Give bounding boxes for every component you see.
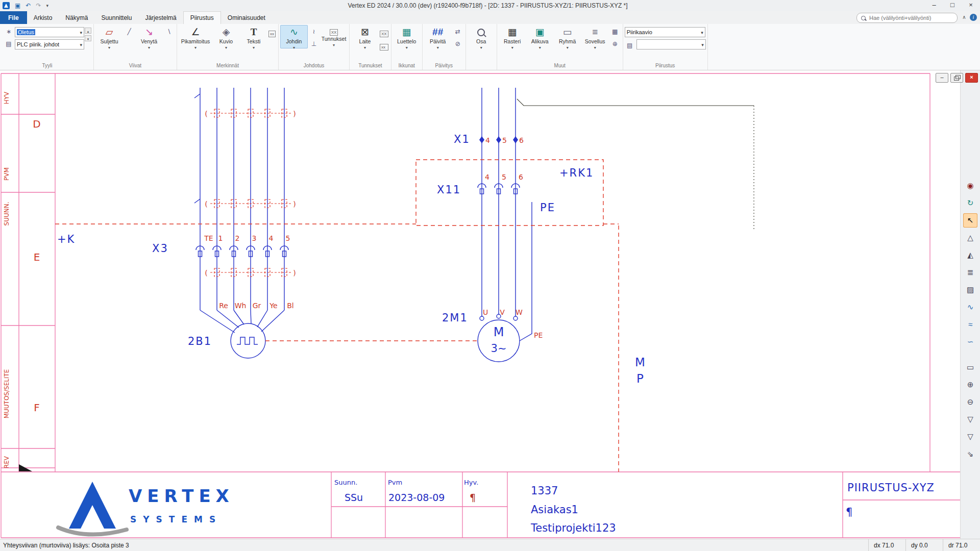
vertex-app-icon[interactable] — [3, 2, 10, 9]
luettelo-button[interactable]: ▦ Luettelo — [393, 25, 421, 48]
rasteri-button[interactable]: ▦ Rasteri — [499, 25, 526, 48]
chevron-down-icon — [364, 44, 366, 48]
command-search-box[interactable] — [856, 13, 958, 23]
sovellus-button[interactable]: ≡ Sovellus — [581, 25, 609, 48]
device-tag-edit-icon[interactable]: xx — [380, 44, 388, 51]
redo-icon[interactable]: ↷ — [34, 1, 43, 11]
chevron-down-icon — [567, 44, 569, 48]
spline-tool-button[interactable]: ∿ — [963, 300, 977, 314]
tab-jarjestelma[interactable]: Järjestelmä — [138, 11, 183, 24]
dy-readout: dy 0.0 — [905, 539, 943, 551]
zoom-out-button[interactable]: ⊖ — [963, 395, 977, 409]
pattern-shape-icon: ◈ — [223, 26, 230, 38]
venyta-button[interactable]: ↘ Venytä — [135, 25, 163, 48]
tab-piirustus[interactable]: Piirustus — [183, 11, 221, 24]
motor-term-w: W — [516, 308, 523, 316]
style-spin-up-icon[interactable] — [85, 28, 91, 34]
pan-tool-button[interactable]: ⇘ — [963, 447, 977, 461]
group-label-merkinnat: Merkinnät — [179, 62, 277, 70]
kuvio-button[interactable]: ◈ Kuvio — [212, 25, 240, 48]
tab-nakyma[interactable]: Näkymä — [59, 11, 94, 24]
style-paste-icon[interactable]: ▤ — [4, 39, 14, 48]
wire-extra-icon[interactable]: ≀ — [309, 27, 319, 36]
filter-button[interactable]: ▽ — [963, 412, 977, 427]
x3-term-2: 2 — [235, 234, 240, 242]
region-select-button[interactable]: ▭ — [963, 360, 977, 374]
chevron-down-icon — [148, 44, 150, 48]
filter-clear-button[interactable]: ▽ — [963, 430, 977, 444]
swap-xy-icon[interactable]: ⇄ — [453, 27, 463, 36]
save-icon[interactable]: ▣ — [13, 1, 22, 11]
motor-term-v: V — [500, 308, 505, 316]
maximize-window-button[interactable]: □ — [943, 0, 962, 11]
x3-term-te: TE — [204, 234, 213, 242]
drawing-mode-combo[interactable]: Piirikaavio — [625, 27, 705, 37]
motor-term-u: U — [483, 308, 488, 316]
wire-node-icon[interactable]: ⊥ — [309, 39, 319, 48]
alikuva-button[interactable]: ▣ Alikuva — [526, 25, 554, 48]
tab-arkisto[interactable]: Arkisto — [27, 11, 59, 24]
osa-button[interactable]: Osa — [468, 25, 495, 48]
ribbon-group-osa: Osa — [466, 24, 497, 70]
project-name: Testiprojekti123 — [530, 522, 616, 534]
schematic-svg[interactable]: HYV PVM SUUNN. MUUTOS/SELITE REV D E F — [0, 70, 960, 539]
location-rk1-label: +RK1 — [559, 167, 594, 179]
lock-icon[interactable]: ⊘ — [453, 39, 463, 48]
device-tag-icon[interactable]: XX — [380, 31, 388, 37]
sheet-page-icon[interactable]: ▤ — [625, 41, 635, 50]
undo-icon[interactable]: ↶ — [23, 1, 33, 11]
teksti-button[interactable]: T Teksti — [240, 25, 267, 48]
customize-qat-chevron-icon[interactable]: ▾ — [44, 1, 51, 11]
chevron-down-icon — [80, 41, 82, 47]
curve2-tool-button[interactable]: ∽ — [963, 335, 977, 349]
tunnukset-label: Tunnukset — [322, 36, 347, 42]
line-pen-icon[interactable]: ╱ — [124, 27, 134, 36]
sheet-combo[interactable] — [636, 39, 706, 49]
drawing-name: PIIRUSTUS-XYZ — [847, 482, 935, 494]
pin-plus-icon[interactable]: ⊕ — [610, 39, 620, 48]
file-menu-button[interactable]: File — [0, 11, 27, 24]
style-spin-down-icon[interactable] — [85, 35, 91, 41]
wire-style-combo[interactable]: PLC piirik. johdot — [15, 39, 84, 49]
wire-style-combo-value: PLC piirik. johdot — [17, 41, 59, 47]
collapse-ribbon-icon[interactable]: ∧ — [960, 11, 969, 24]
help-icon[interactable]: i — [970, 14, 977, 21]
tab-ominaisuudet[interactable]: Ominaisuudet — [221, 11, 272, 24]
pin-tool-button[interactable]: ◉ — [963, 179, 977, 193]
chevron-down-icon — [108, 44, 110, 48]
search-icon — [861, 16, 866, 20]
tab-suunnittelu[interactable]: Suunnittelu — [94, 11, 138, 24]
mdi-restore-button[interactable] — [950, 73, 963, 83]
text-tag-icon[interactable]: xx — [268, 31, 276, 37]
zoom-in-button[interactable]: ⊕ — [963, 378, 977, 392]
tunnukset-button[interactable]: XX Tunnukset — [320, 25, 348, 46]
pvm-value: 2023-08-09 — [388, 492, 445, 503]
paivita-button[interactable]: ## Päivitä — [424, 25, 452, 48]
main-area: – × HYV PVM SUUNN. MUUTOS/SELITE REV D — [0, 70, 980, 539]
raster-grid-icon: ▦ — [508, 26, 517, 38]
close-window-button[interactable]: × — [962, 0, 980, 11]
slant-line-icon[interactable]: ∖ — [164, 27, 174, 36]
margin-pvm: PVM — [3, 167, 10, 181]
pikamitoitus-button[interactable]: ∠ Pikamitoitus — [179, 25, 212, 48]
hatch-triangle-tool-button[interactable]: ◭ — [963, 248, 977, 262]
search-input[interactable] — [868, 14, 953, 21]
select-tool-button[interactable]: ↖ — [963, 213, 977, 228]
mdi-close-button[interactable]: × — [965, 73, 978, 83]
suljettu-button[interactable]: ▱ Suljettu — [95, 25, 123, 48]
ryhma-button[interactable]: ▭ Ryhmä — [554, 25, 581, 48]
rotate-view-button[interactable]: ↻ — [963, 196, 977, 210]
drawing-canvas[interactable]: HYV PVM SUUNN. MUUTOS/SELITE REV D E F — [0, 70, 960, 539]
johdin-button[interactable]: ∿ Johdin — [280, 25, 308, 48]
mdi-minimize-button[interactable]: – — [936, 73, 948, 83]
hatch-fill-tool-button[interactable]: ▨ — [963, 283, 977, 297]
triangle-tool-button[interactable]: △ — [963, 231, 977, 245]
table-icon[interactable]: ▦ — [610, 27, 620, 36]
laite-button[interactable]: ⊠ Laite — [351, 25, 379, 48]
hatch-lines-tool-button[interactable]: ≣ — [963, 265, 977, 280]
style-combo[interactable]: Oletus — [15, 27, 84, 37]
ribbon-group-ikkunat: ▦ Luettelo Ikkunat — [391, 24, 423, 70]
minimize-window-button[interactable]: – — [925, 0, 943, 11]
style-wand-icon[interactable]: ∗ — [4, 27, 14, 36]
curve-tool-button[interactable]: ≈ — [963, 317, 977, 332]
